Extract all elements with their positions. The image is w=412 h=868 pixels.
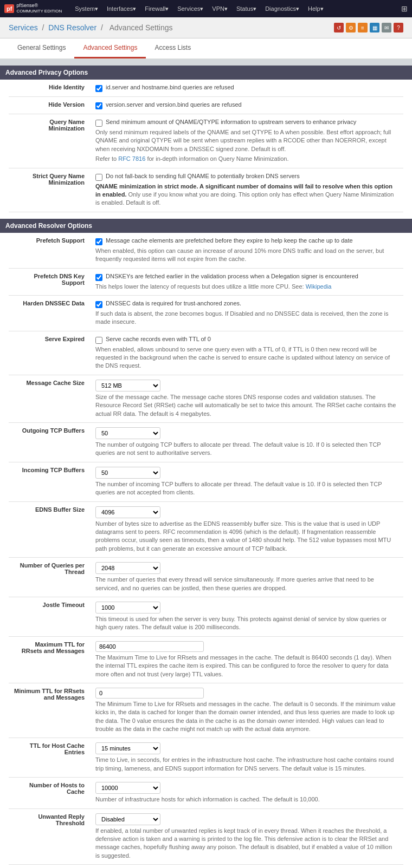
row-unwanted-reply: Unwanted Reply Threshold Disabled1000000…	[9, 808, 403, 865]
top-navigation: pf pfSense®COMMUNITY EDITION System ▾ In…	[0, 0, 412, 17]
row-hide-version: Hide Version version.server and version.…	[9, 97, 403, 114]
breadcrumb-icon-5[interactable]: ✉	[382, 23, 391, 32]
value-edns-buffer: 40961480512 Number of bytes size to adve…	[90, 501, 403, 558]
breadcrumb-icon-3[interactable]: ≡	[358, 23, 368, 32]
checkbox-query-name-minimization[interactable]	[95, 120, 102, 127]
info-strict-query-name-suffix: Only use if you know what you are doing.…	[95, 191, 394, 206]
text-query-name-minimization: Send minimum amount of QNAME/QTYPE infor…	[106, 119, 356, 125]
nav-diagnostics[interactable]: Diagnostics ▾	[261, 0, 304, 17]
checkbox-hide-version[interactable]	[95, 102, 102, 109]
info-prefetch-support: When enabled, this option can cause an i…	[95, 247, 398, 264]
value-hosts-to-cache: 10000500020000 Number of infrastructure …	[90, 778, 403, 808]
breadcrumb-services[interactable]: Services	[9, 23, 38, 32]
value-queries-per-thread: 204810244096 The number of queries that …	[90, 558, 403, 597]
info-hosts-to-cache: Number of infrastructure hosts for which…	[95, 795, 398, 804]
checkbox-harden-dnssec[interactable]	[95, 301, 102, 308]
info-message-cache-size: Size of the message cache. The message c…	[95, 393, 398, 418]
row-hosts-to-cache: Number of Hosts to Cache 10000500020000 …	[9, 778, 403, 808]
select-message-cache-size[interactable]: 512 MB1 GB256 MB128 MB	[95, 380, 160, 391]
info-jostle-timeout: This timeout is used for when the server…	[95, 615, 398, 632]
select-incoming-tcp[interactable]: 5010100	[95, 467, 160, 479]
text-serve-expired: Serve cache records even with TTL of 0	[106, 336, 211, 342]
row-log-level: Log Level Level 0: No logging Level 1: B…	[9, 865, 403, 868]
select-outgoing-tcp[interactable]: 5010100	[95, 427, 160, 439]
main-content: Advanced Privacy Options Hide Identity i…	[0, 66, 412, 868]
label-harden-dnssec: Harden DNSSEC Data	[9, 295, 90, 331]
value-harden-dnssec: DNSSEC data is required for trust-anchor…	[90, 295, 403, 331]
breadcrumb-dns-resolver[interactable]: DNS Resolver	[48, 23, 96, 32]
value-prefetch-dns-key: DNSKEYs are fetched earlier in the valid…	[90, 268, 403, 295]
breadcrumb: Services / DNS Resolver / Advanced Setti…	[9, 23, 175, 32]
breadcrumb-icon-2[interactable]: ⚙	[346, 23, 356, 32]
nav-interfaces[interactable]: Interfaces ▾	[102, 0, 140, 17]
tab-advanced-settings[interactable]: Advanced Settings	[74, 38, 146, 58]
checkbox-prefetch-dns-key[interactable]	[95, 274, 102, 281]
input-min-ttl[interactable]	[95, 688, 204, 699]
row-query-name-minimization: Query Name Minimization Send minimum amo…	[9, 114, 403, 168]
row-edns-buffer: EDNS Buffer Size 40961480512 Number of b…	[9, 501, 403, 558]
label-ttl-host-cache: TTL for Host Cache Entries	[9, 738, 90, 778]
input-max-ttl[interactable]	[95, 641, 204, 652]
nav-vpn[interactable]: VPN ▾	[208, 0, 232, 17]
select-ttl-host-cache[interactable]: 15 minutes5 minutes30 minutes1 hour	[95, 742, 160, 754]
info-queries-per-thread: The number of queries that every thread …	[95, 576, 398, 592]
row-max-ttl: Maximum TTL for RRsets and Messages The …	[9, 636, 403, 683]
value-hide-identity: id.server and hostname.bind queries are …	[90, 80, 403, 97]
select-unwanted-reply[interactable]: Disabled1000000500000010000000	[95, 813, 160, 825]
link-rfc7816[interactable]: RFC 7816	[118, 155, 145, 162]
value-message-cache-size: 512 MB1 GB256 MB128 MB Size of the messa…	[90, 375, 403, 422]
row-prefetch-support: Prefetch Support Message cache elements …	[9, 233, 403, 268]
row-incoming-tcp: Incoming TCP Buffers 5010100 The number …	[9, 462, 403, 501]
nav-help[interactable]: Help ▾	[304, 0, 328, 17]
info-prefetch-dns-key: This helps lower the latency of requests…	[95, 283, 398, 291]
row-outgoing-tcp: Outgoing TCP Buffers 5010100 The number …	[9, 423, 403, 462]
label-max-ttl: Maximum TTL for RRsets and Messages	[9, 636, 90, 683]
value-jostle-timeout: 1000200500 This timeout is used for when…	[90, 597, 403, 636]
breadcrumb-icon-6[interactable]: ?	[394, 23, 403, 32]
checkbox-strict-query-name[interactable]	[95, 174, 102, 181]
brand-logo: pf	[4, 4, 14, 13]
row-prefetch-dns-key: Prefetch DNS Key Support DNSKEYs are fet…	[9, 268, 403, 295]
value-query-name-minimization: Send minimum amount of QNAME/QTYPE infor…	[90, 114, 403, 168]
info-serve-expired: When enabled, allows unbound to serve on…	[95, 345, 398, 370]
nav-status[interactable]: Status ▾	[232, 0, 261, 17]
label-edns-buffer: EDNS Buffer Size	[9, 501, 90, 558]
info-outgoing-tcp: The number of outgoing TCP buffers to al…	[95, 441, 398, 458]
value-serve-expired: Serve cache records even with TTL of 0 W…	[90, 331, 403, 375]
label-hide-version: Hide Version	[9, 97, 90, 114]
row-serve-expired: Serve Expired Serve cache records even w…	[9, 331, 403, 375]
tab-bar: General Settings Advanced Settings Acces…	[0, 38, 412, 59]
label-prefetch-dns-key: Prefetch DNS Key Support	[9, 268, 90, 295]
text-hide-version: version.server and version.bind queries …	[106, 101, 242, 108]
row-min-ttl: Minimum TTL for RRsets and Messages The …	[9, 683, 403, 738]
select-edns-buffer[interactable]: 40961480512	[95, 506, 160, 518]
checkbox-serve-expired[interactable]	[95, 337, 102, 344]
select-jostle-timeout[interactable]: 1000200500	[95, 602, 160, 614]
nav-services[interactable]: Services ▾	[173, 0, 208, 17]
label-hide-identity: Hide Identity	[9, 80, 90, 97]
checkbox-hide-identity[interactable]	[95, 85, 102, 92]
breadcrumb-bar: Services / DNS Resolver / Advanced Setti…	[0, 17, 412, 38]
row-strict-query-name: Strict Query Name Minimization Do not fa…	[9, 168, 403, 212]
text-prefetch-dns-key: DNSKEYs are fetched earlier in the valid…	[106, 273, 358, 279]
brand-name: pfSense®COMMUNITY EDITION	[16, 3, 62, 14]
tab-general-settings[interactable]: General Settings	[9, 38, 74, 58]
label-incoming-tcp: Incoming TCP Buffers	[9, 462, 90, 501]
select-hosts-to-cache[interactable]: 10000500020000	[95, 782, 160, 794]
info-incoming-tcp: The number of incoming TCP buffers to al…	[95, 480, 398, 497]
nav-system[interactable]: System ▾	[70, 0, 102, 17]
tab-access-lists[interactable]: Access Lists	[146, 38, 199, 58]
link-wikipedia[interactable]: Wikipedia	[306, 283, 332, 290]
breadcrumb-icon-1[interactable]: ↺	[334, 23, 344, 32]
label-query-name-minimization: Query Name Minimization	[9, 114, 90, 168]
row-queries-per-thread: Number of Queries per Thread 20481024409…	[9, 558, 403, 597]
value-strict-query-name: Do not fall-back to sending full QNAME t…	[90, 168, 403, 212]
info-min-ttl: The Minimum Time to Live for RRsets and …	[95, 700, 398, 734]
breadcrumb-icon-4[interactable]: ▦	[370, 23, 379, 32]
nav-grid-icon: ⊞	[401, 4, 408, 13]
checkbox-prefetch-support[interactable]	[95, 238, 102, 245]
nav-firewall[interactable]: Firewall ▾	[140, 0, 173, 17]
info-harden-dnssec: If such data is absent, the zone becomes…	[95, 310, 398, 327]
row-harden-dnssec: Harden DNSSEC Data DNSSEC data is requir…	[9, 295, 403, 331]
select-queries-per-thread[interactable]: 204810244096	[95, 562, 160, 574]
